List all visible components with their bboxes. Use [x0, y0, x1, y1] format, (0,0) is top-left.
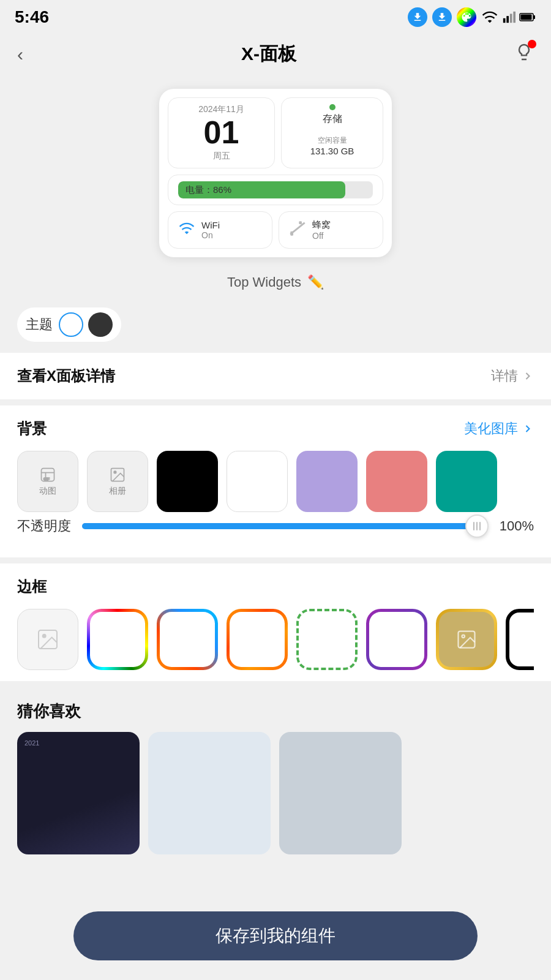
storage-dot	[329, 104, 335, 110]
bulb-button[interactable]	[514, 42, 534, 66]
bg-gif-option[interactable]: GIF 动图	[17, 451, 78, 512]
theme-toggle-group: 主题	[17, 307, 121, 342]
border-item-purple[interactable]	[366, 609, 427, 670]
orange-inner	[230, 612, 285, 667]
bg-color-pink[interactable]	[366, 451, 427, 512]
widget-battery-row: 电量：86%	[168, 175, 383, 205]
bg-color-purple[interactable]	[296, 451, 358, 512]
opacity-row: 不透明度 100%	[17, 512, 534, 546]
border-item-rainbow[interactable]	[87, 609, 148, 670]
svg-rect-3	[513, 12, 515, 23]
album-label: 相册	[109, 486, 126, 497]
widget-wifi-box: WiFi On	[168, 211, 272, 249]
notification-badge	[528, 40, 536, 48]
battery-fill: 电量：86%	[178, 181, 345, 198]
opacity-slider-fill	[82, 523, 480, 529]
border-item-black[interactable]	[506, 609, 534, 670]
svg-rect-2	[510, 14, 512, 23]
bg-album-option[interactable]: 相册	[87, 451, 148, 512]
storage-free-label: 空闲容量	[290, 135, 374, 146]
theme-row: 主题	[0, 296, 551, 353]
widget-card: 2024年11月 01 周五 存储 空闲容量 131.30 GB 电量：86%	[159, 89, 392, 257]
storage-title: 存储	[290, 113, 374, 126]
theme-dark-circle	[88, 312, 113, 337]
gallery-link[interactable]: 美化图库	[464, 420, 534, 438]
top-widgets-row: Top Widgets ✏️	[0, 263, 551, 296]
theme-label: 主题	[26, 315, 53, 334]
suggest-title: 猜你喜欢	[17, 701, 534, 722]
purple-inner	[369, 612, 424, 667]
svg-point-15	[43, 635, 46, 638]
gif-label: 动图	[39, 486, 56, 497]
bg-color-black[interactable]	[157, 451, 218, 512]
wifi-icon	[178, 222, 195, 239]
border-row	[17, 609, 534, 670]
rainbow-inner	[90, 612, 145, 667]
suggest-item-2[interactable]	[148, 732, 271, 854]
border-item-plain[interactable]	[17, 609, 78, 670]
bg-color-white[interactable]	[227, 451, 288, 512]
svg-rect-5	[533, 15, 535, 19]
widget-date-box: 2024年11月 01 周五	[168, 97, 275, 168]
battery-label: 电量：86%	[186, 184, 231, 196]
border-item-dashed[interactable]	[296, 609, 358, 670]
bg-section-title: 背景	[17, 419, 47, 439]
widget-wifi-row: WiFi On 蜂窝 Off	[168, 211, 383, 249]
status-bar: 5:46	[0, 0, 551, 32]
slider-thumb-lines	[473, 522, 481, 530]
cellular-status: Off	[312, 231, 331, 241]
widget-preview: 2024年11月 01 周五 存储 空闲容量 131.30 GB 电量：86%	[0, 77, 551, 263]
border-section: 边框	[0, 564, 551, 681]
status-time: 5:46	[15, 7, 49, 27]
border-item-orange-blue[interactable]	[157, 609, 218, 670]
download-icon-2	[432, 7, 452, 27]
opacity-slider[interactable]	[82, 523, 480, 529]
background-section: 背景 美化图库 GIF 动图 相册 不透明度	[0, 405, 551, 557]
save-button[interactable]: 保存到我的组件	[73, 911, 478, 960]
back-button[interactable]: ‹	[17, 44, 23, 65]
svg-text:GIF: GIF	[43, 477, 50, 481]
widget-top-row: 2024年11月 01 周五 存储 空闲容量 131.30 GB	[168, 97, 383, 168]
status-icons	[408, 7, 536, 27]
bg-color-row: GIF 动图 相册	[17, 451, 534, 512]
bg-section-header: 背景 美化图库	[17, 419, 534, 439]
svg-rect-6	[521, 15, 532, 20]
suggest-item-3[interactable]	[279, 732, 402, 854]
widget-battery-bar: 电量：86%	[168, 175, 383, 205]
border-item-orange[interactable]	[227, 609, 288, 670]
border-item-landscape[interactable]	[436, 609, 497, 670]
details-link-label: 详情	[491, 367, 518, 385]
svg-rect-0	[503, 18, 506, 23]
top-widgets-label: Top Widgets	[227, 274, 301, 290]
suggest-item-1[interactable]: 2021	[17, 732, 140, 854]
details-label: 查看X面板详情	[17, 366, 115, 386]
bg-color-teal[interactable]	[436, 451, 497, 512]
save-button-label: 保存到我的组件	[216, 924, 335, 948]
details-right: 详情	[491, 367, 534, 385]
palette-icon	[457, 7, 476, 27]
wifi-label: WiFi	[201, 220, 220, 230]
theme-toggle[interactable]	[59, 312, 113, 337]
page-title: X-面板	[241, 42, 296, 67]
wifi-status: On	[201, 230, 220, 240]
header: ‹ X-面板	[0, 32, 551, 77]
opacity-slider-thumb[interactable]	[465, 514, 489, 538]
svg-rect-8	[299, 221, 302, 224]
details-row[interactable]: 查看X面板详情 详情	[0, 353, 551, 399]
storage-size: 131.30 GB	[290, 146, 374, 156]
landscape-inner	[439, 612, 494, 667]
widget-storage-box: 存储 空闲容量 131.30 GB	[281, 97, 383, 168]
cellular-icon	[289, 220, 306, 241]
cellular-info: 蜂窝 Off	[312, 219, 331, 241]
cellular-label: 蜂窝	[312, 219, 331, 231]
widget-cellular-box: 蜂窝 Off	[279, 211, 383, 249]
opacity-label: 不透明度	[17, 517, 71, 535]
signal-icons	[481, 10, 536, 24]
top-widgets-edit-button[interactable]: ✏️	[307, 274, 324, 290]
suggest-section: 猜你喜欢 2021	[0, 687, 551, 861]
orange-blue-inner	[160, 612, 215, 667]
border-section-title: 边框	[17, 577, 534, 597]
widget-day: 01	[179, 116, 263, 148]
svg-point-17	[462, 635, 465, 638]
suggest-row: 2021	[17, 732, 534, 854]
